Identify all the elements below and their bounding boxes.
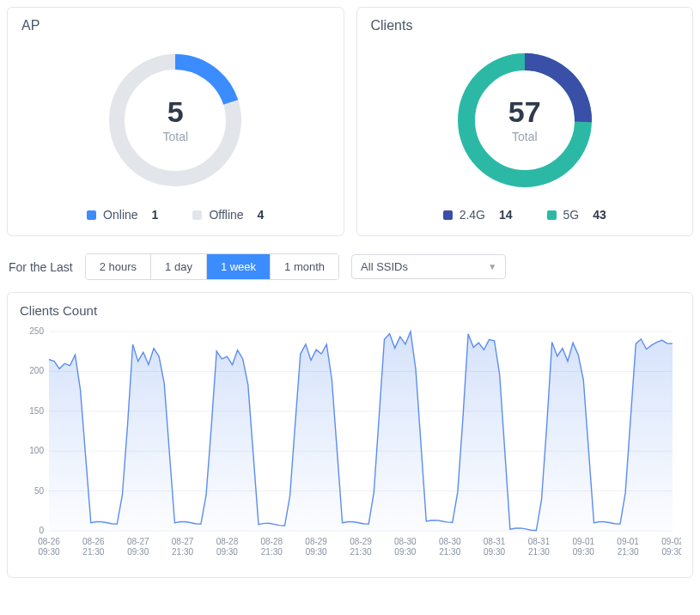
svg-text:08-26: 08-26 bbox=[38, 537, 60, 546]
clients-total-label: Total bbox=[508, 130, 541, 143]
svg-text:09:30: 09:30 bbox=[127, 547, 149, 557]
svg-text:08-27: 08-27 bbox=[127, 537, 149, 546]
svg-text:08-30: 08-30 bbox=[394, 537, 417, 546]
svg-text:21:30: 21:30 bbox=[618, 547, 639, 557]
svg-text:08-30: 08-30 bbox=[439, 537, 461, 546]
ap-donut: 5 Total bbox=[21, 40, 330, 199]
clients-title: Clients bbox=[371, 18, 679, 33]
svg-text:21:30: 21:30 bbox=[172, 547, 193, 557]
ap-online-value: 1 bbox=[152, 208, 159, 222]
svg-text:08-28: 08-28 bbox=[216, 537, 239, 546]
controls-row: For the Last 2 hours 1 day 1 week 1 mont… bbox=[7, 253, 693, 280]
svg-text:09:30: 09:30 bbox=[216, 547, 238, 557]
svg-text:21:30: 21:30 bbox=[350, 547, 371, 557]
svg-text:09:30: 09:30 bbox=[661, 547, 681, 557]
svg-text:21:30: 21:30 bbox=[439, 547, 460, 557]
svg-text:50: 50 bbox=[34, 486, 45, 496]
ssid-dropdown-value: All SSIDs bbox=[361, 260, 408, 273]
online-swatch bbox=[87, 210, 96, 220]
svg-text:09:30: 09:30 bbox=[306, 547, 327, 557]
svg-text:21:30: 21:30 bbox=[261, 547, 283, 557]
ssid-dropdown[interactable]: All SSIDs ▼ bbox=[351, 254, 506, 279]
clients-donut: 57 Total bbox=[371, 40, 679, 199]
svg-text:150: 150 bbox=[29, 406, 44, 416]
svg-text:08-27: 08-27 bbox=[172, 537, 194, 546]
range-1month-button[interactable]: 1 month bbox=[271, 254, 338, 279]
clients-legend-24g: 2.4G 14 bbox=[443, 208, 513, 222]
offline-swatch bbox=[192, 210, 202, 220]
clients-5g-label: 5G bbox=[563, 208, 580, 222]
ap-title: AP bbox=[21, 18, 330, 33]
clients-legend: 2.4G 14 5G 43 bbox=[371, 208, 679, 222]
range-1week-button[interactable]: 1 week bbox=[207, 254, 271, 279]
ap-legend-online: Online 1 bbox=[87, 208, 158, 222]
svg-text:08-31: 08-31 bbox=[528, 537, 551, 546]
ap-offline-value: 4 bbox=[258, 208, 265, 222]
svg-text:09:30: 09:30 bbox=[573, 547, 594, 557]
clients-total-value: 57 bbox=[508, 97, 541, 126]
svg-text:08-28: 08-28 bbox=[260, 537, 283, 546]
clients-card: Clients 57 Total 2.4G 14 5G 43 bbox=[356, 7, 694, 236]
svg-text:100: 100 bbox=[29, 446, 44, 455]
svg-text:0: 0 bbox=[39, 526, 44, 535]
svg-text:08-26: 08-26 bbox=[82, 537, 105, 546]
svg-text:09:30: 09:30 bbox=[394, 547, 416, 557]
clients-legend-5g: 5G 43 bbox=[547, 208, 606, 222]
range-2hours-button[interactable]: 2 hours bbox=[86, 254, 151, 279]
clients-count-chart-card: Clients Count 05010015020025008-2609:300… bbox=[7, 292, 693, 578]
g5-swatch bbox=[547, 210, 557, 220]
clients-24g-label: 2.4G bbox=[460, 208, 485, 222]
chevron-down-icon: ▼ bbox=[488, 262, 496, 271]
svg-text:250: 250 bbox=[29, 326, 44, 336]
ap-online-label: Online bbox=[103, 208, 137, 222]
svg-text:21:30: 21:30 bbox=[528, 547, 550, 557]
chart-title: Clients Count bbox=[20, 303, 680, 318]
ap-offline-label: Offline bbox=[209, 208, 243, 222]
g24-swatch bbox=[443, 210, 453, 220]
ap-total-value: 5 bbox=[162, 97, 188, 126]
svg-text:09-01: 09-01 bbox=[572, 537, 594, 546]
clients-24g-value: 14 bbox=[499, 208, 513, 222]
ap-total-label: Total bbox=[162, 130, 188, 143]
for-last-label: For the Last bbox=[9, 260, 73, 274]
ap-legend: Online 1 Offline 4 bbox=[21, 208, 330, 222]
svg-text:08-29: 08-29 bbox=[350, 537, 372, 546]
svg-text:200: 200 bbox=[29, 366, 44, 375]
clients-count-chart: 05010015020025008-2609:3008-2621:3008-27… bbox=[20, 325, 681, 565]
range-1day-button[interactable]: 1 day bbox=[151, 254, 207, 279]
svg-text:08-29: 08-29 bbox=[305, 537, 327, 546]
svg-text:09-02: 09-02 bbox=[661, 537, 681, 546]
ap-legend-offline: Offline 4 bbox=[192, 208, 264, 222]
svg-text:21:30: 21:30 bbox=[82, 547, 104, 557]
ap-card: AP 5 Total Online 1 Offline 4 bbox=[7, 7, 344, 236]
clients-5g-value: 43 bbox=[593, 208, 606, 222]
svg-text:09:30: 09:30 bbox=[38, 547, 59, 557]
svg-text:09-01: 09-01 bbox=[617, 537, 639, 546]
time-range-segment: 2 hours 1 day 1 week 1 month bbox=[85, 253, 339, 280]
svg-text:09:30: 09:30 bbox=[484, 547, 505, 557]
svg-text:08-31: 08-31 bbox=[484, 537, 506, 546]
